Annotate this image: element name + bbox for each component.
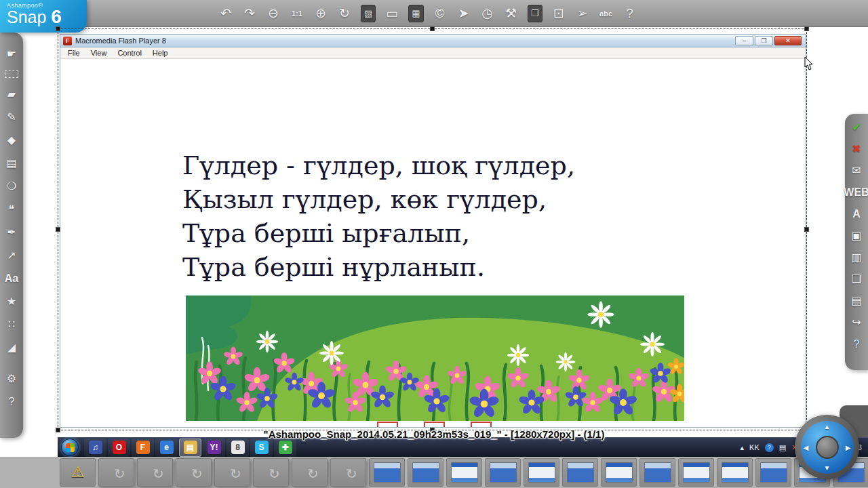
flash-window-titlebar[interactable]: F Macromedia Flash Player 8 –❐✕ (60, 35, 806, 47)
close-button[interactable]: ✕ (774, 36, 802, 45)
spellcheck-icon[interactable]: abc (599, 6, 614, 21)
capture-thumbnail[interactable] (369, 458, 405, 487)
taskbar-app-yahoo[interactable]: Y! (203, 439, 225, 457)
nav-right-icon[interactable]: ▶ (846, 443, 851, 451)
capture-thumbnail[interactable] (601, 458, 637, 487)
nav-center-button[interactable] (816, 436, 839, 459)
history-thumbnail[interactable]: ↻ (176, 458, 212, 487)
spray-tool-icon[interactable]: ❍ (5, 180, 18, 193)
copyright-icon[interactable]: © (433, 6, 448, 21)
selection-handle[interactable] (56, 26, 60, 31)
pen-tool-icon[interactable]: ✎ (5, 110, 18, 124)
tray-help-bubble-icon[interactable]: ? (765, 443, 774, 452)
sidebar-help-icon[interactable]: ? (850, 338, 863, 351)
menu-item[interactable]: Control (112, 49, 146, 57)
taskbar-app-skype[interactable]: S (250, 439, 273, 457)
history-thumbnail[interactable]: ↻ (214, 458, 250, 487)
selection-handle[interactable] (56, 227, 60, 232)
frame-icon[interactable]: ▭ (384, 6, 399, 21)
recapture-icon[interactable]: ↻ (337, 6, 352, 21)
timer-icon[interactable]: ◷ (480, 6, 495, 21)
taskbar-app-notes[interactable]: 8 (226, 439, 249, 457)
maximize-button[interactable]: ❐ (755, 36, 773, 45)
dimension-tool-icon[interactable]: ▤ (5, 157, 18, 170)
shapes-tool-icon[interactable]: ★ (5, 295, 18, 308)
nav-down-icon[interactable]: ▼ (824, 464, 831, 472)
curve-tool-icon[interactable]: ◢ (5, 341, 18, 354)
tools-icon[interactable]: ⚒ (504, 6, 519, 21)
cropped-flash-button[interactable] (424, 422, 445, 428)
capture-thumbnail[interactable] (755, 458, 791, 487)
capture-thumbnail[interactable] (485, 458, 521, 487)
taskbar-app-firefox[interactable]: F (132, 439, 154, 457)
clipboard-icon[interactable]: ▥ (850, 251, 863, 264)
arrow-tool-icon[interactable]: ↗ (5, 249, 18, 262)
menu-item[interactable]: File (62, 49, 85, 57)
cropped-flash-button[interactable] (377, 422, 398, 428)
selection-handle[interactable] (804, 227, 809, 232)
cursor-icon[interactable]: ➤ (456, 6, 471, 21)
redo-icon[interactable]: ↷ (242, 6, 257, 21)
history-thumbnail[interactable]: ↻ (330, 458, 366, 487)
capture-thumbnail[interactable] (717, 458, 753, 487)
copy-icon[interactable]: ❏ (850, 272, 863, 286)
keypad-icon[interactable]: ▦ (408, 5, 423, 22)
history-thumbnail[interactable]: ↻ (137, 458, 173, 487)
text-tool-icon[interactable]: Aa (5, 272, 18, 285)
tray-language-indicator[interactable]: KK (749, 443, 760, 452)
help-tool-icon[interactable]: ? (5, 395, 18, 409)
cancel-x-icon[interactable]: ✖ (850, 142, 863, 156)
capture-thumbnail[interactable] (408, 458, 443, 487)
callout-tool-icon[interactable]: ❝ (5, 203, 18, 216)
tray-hidden-icons-arrow[interactable]: ▴ (741, 443, 745, 452)
taskbar-app-explorer[interactable]: ▤ (179, 439, 201, 457)
blur-drop-tool-icon[interactable]: ◆ (5, 134, 18, 147)
history-thumbnail[interactable]: ↻ (292, 458, 328, 487)
capture-thumbnail[interactable] (678, 458, 714, 487)
zoom-out-icon[interactable]: ⊖ (266, 6, 281, 21)
cursor-capture-icon[interactable]: ➢ (575, 6, 590, 21)
settings-gear-icon[interactable]: ⚙ (5, 372, 18, 386)
selection-handle[interactable] (804, 26, 809, 31)
history-thumbnail[interactable]: ↻ (253, 458, 289, 487)
hand-tool-icon[interactable]: ☛ (5, 47, 18, 61)
capture-nav-control[interactable]: ▲▼◀▶ (795, 415, 859, 479)
menu-item[interactable]: Help (147, 49, 174, 57)
save-icon[interactable]: ▣ (850, 229, 863, 243)
help-icon[interactable]: ? (623, 6, 637, 21)
eraser-tool-icon[interactable]: ▰ (5, 87, 18, 101)
palette-icon[interactable]: ❐ (528, 5, 542, 22)
menu-item[interactable]: View (85, 49, 113, 57)
selection-handle[interactable] (56, 428, 60, 432)
capture-thumbnail[interactable] (446, 458, 482, 487)
text-recognition-icon[interactable]: A (850, 207, 863, 221)
zoom-actual-icon[interactable]: 1:1 (290, 6, 304, 21)
warning-thumbnail[interactable]: ⚠ (60, 458, 96, 487)
nav-left-icon[interactable]: ◀ (804, 443, 809, 451)
capture-thumbnail[interactable] (562, 458, 598, 487)
taskbar-app-media[interactable]: ♫ (84, 439, 106, 457)
taskbar-app-opera[interactable]: O (108, 439, 130, 457)
accept-check-icon[interactable]: ✔ (850, 121, 863, 134)
tray-card-icon[interactable]: ▤ (779, 443, 786, 452)
capture-thumbnail[interactable] (524, 458, 559, 487)
brush-tool-icon[interactable]: ✒ (5, 226, 18, 239)
start-button[interactable] (61, 439, 79, 456)
share-icon[interactable]: ↪ (850, 316, 863, 329)
taskbar-app-browser[interactable]: e (155, 439, 178, 457)
taskbar-app-pin[interactable]: ✚ (274, 439, 296, 457)
selection-handle[interactable] (430, 26, 435, 31)
crop-icon[interactable]: ⊡ (551, 6, 566, 21)
web-upload-icon[interactable]: WEB (844, 186, 868, 199)
image-icon[interactable]: ▨ (361, 5, 376, 22)
pixelate-tool-icon[interactable]: ∷ (5, 318, 18, 331)
zoom-in-icon[interactable]: ⊕ (313, 6, 328, 21)
minimize-button[interactable]: – (735, 36, 753, 45)
send-email-icon[interactable]: ✉ (850, 164, 863, 178)
selection-tool-icon[interactable] (5, 70, 18, 78)
print-icon[interactable]: ▤ (850, 294, 863, 308)
cropped-flash-button[interactable] (471, 422, 492, 428)
capture-thumbnail[interactable] (639, 458, 675, 487)
history-thumbnail[interactable]: ↻ (98, 458, 134, 487)
nav-up-icon[interactable]: ▲ (824, 423, 831, 430)
